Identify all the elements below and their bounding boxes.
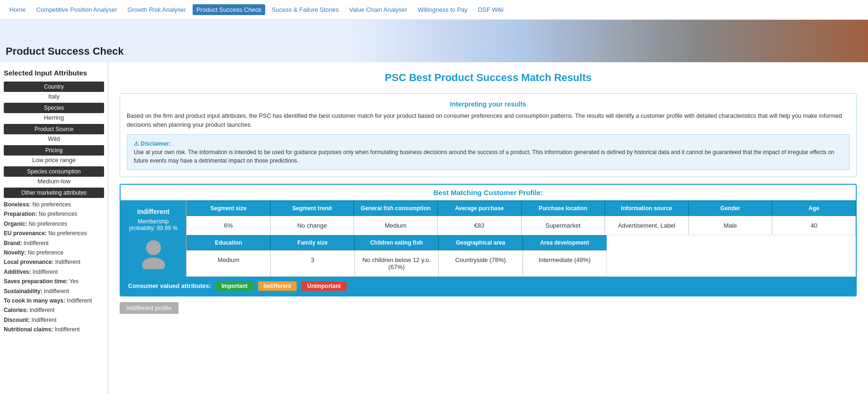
hero-title: Product Success Check — [6, 45, 124, 57]
profile-table-area: Indifferent Membership probablity: 99.99… — [121, 200, 856, 277]
val-area-dev: Intermediate (48%) — [523, 250, 607, 277]
main-layout: Selected Input Attributes Country Italy … — [0, 62, 868, 394]
profile-name: Indifferent — [137, 208, 169, 215]
sidebar-country-value: Italy — [4, 93, 104, 100]
attr-organic: Organic: No preferences — [4, 219, 104, 229]
nav-competitive[interactable]: Competitive Position Analyser — [32, 4, 121, 15]
header-avg-purchase: Average purchase — [438, 201, 521, 216]
stats-row2-values: Medium 3 No children below 12 y.o.(67%) … — [187, 250, 856, 277]
hero-banner: Product Success Check — [0, 20, 868, 62]
stats-row1-headers: Segment size Segment trend General fish … — [187, 201, 856, 216]
header-gender: Gender — [689, 201, 772, 216]
badge-important[interactable]: Important — [216, 281, 253, 291]
interpreting-section: Interpreting your results Based on the f… — [120, 93, 857, 177]
attr-cook-ways: To cook in many ways: Indifferent — [4, 296, 104, 305]
sidebar-product-source-value: Wild — [4, 135, 104, 142]
attr-brand: Brand: Indifferent — [4, 238, 104, 248]
profile-card: Indifferent Membership probablity: 99.99… — [121, 201, 187, 277]
profile-probability: Membership probablity: 99.99 % — [124, 218, 182, 231]
nav-wiki[interactable]: DSF Wiki — [474, 4, 507, 15]
header-children-fish: Children eating fish — [355, 235, 438, 250]
header-empty3 — [773, 235, 856, 250]
sidebar-product-source-label: Product Source — [4, 124, 104, 134]
header-empty2 — [690, 235, 772, 250]
sidebar-species-value: Herring — [4, 114, 104, 121]
attr-local-provenance: Local provenance: Indifferent — [4, 257, 104, 267]
interpreting-text: Based on the firm and product input attr… — [127, 112, 850, 130]
header-empty1 — [607, 235, 690, 250]
best-matching-section: Best Matching Customer Profile: Indiffer… — [120, 184, 857, 296]
val-gender: Male — [689, 216, 772, 235]
val-purchase-loc: Supermarket — [521, 216, 605, 235]
val-info-source: Advertisement, Label — [605, 216, 689, 235]
sidebar-other-attrs: Boneless: No preferences Preparation: No… — [4, 200, 104, 334]
header-age: Age — [772, 201, 856, 216]
header-purchase-loc: Purchase location — [521, 201, 605, 216]
val-family-size: 3 — [270, 250, 354, 277]
interpreting-title: Interpreting your results — [127, 100, 850, 108]
navigation: Home Competitive Position Analyser Growt… — [0, 0, 868, 20]
header-education: Education — [187, 235, 270, 250]
attr-sustainability: Sustainability: Indifferent — [4, 287, 104, 296]
badge-indifferent[interactable]: Indifferent — [258, 281, 297, 291]
stats-grid: Segment size Segment trend General fish … — [187, 201, 856, 277]
header-area-dev: Area development — [523, 235, 607, 250]
sidebar-pricing-label: Pricing — [4, 145, 104, 156]
val-children-fish: No children below 12 y.o.(67%) — [355, 250, 438, 277]
attr-novelty: Novelty: No preference — [4, 248, 104, 257]
nav-value-chain[interactable]: Value Chain Analyser — [345, 4, 411, 15]
stats-row1-values: 6% No change Medium €83 Supermarket Adve… — [187, 216, 856, 235]
attr-calories: Calories: Indifferent — [4, 305, 104, 315]
consumer-valued-label: Consumer valued attributes: — [128, 282, 211, 289]
header-info-source: Information source — [605, 201, 689, 216]
svg-point-1 — [142, 258, 165, 270]
content-area: PSC Best Product Success Match Results I… — [108, 62, 868, 394]
val-segment-size: 6% — [187, 216, 270, 235]
results-title: PSC Best Product Success Match Results — [120, 72, 857, 84]
header-gen-fish: General fish consumption — [354, 201, 438, 216]
attr-boneless: Boneless: No preferences — [4, 200, 104, 209]
header-family-size: Family size — [270, 235, 354, 250]
disclaimer-title: ⚠ Disclaimer: — [134, 140, 171, 147]
sidebar-title: Selected Input Attributes — [4, 69, 104, 77]
sidebar-species-consumption-label: Species consumption — [4, 166, 104, 177]
attr-additives: Additives: Indifferent — [4, 267, 104, 277]
disclaimer: ⚠ Disclaimer: Use at your own risk. The … — [127, 134, 850, 170]
disclaimer-text: Use at your own risk. The information is… — [134, 149, 835, 164]
attr-eu-provenance: EU provenance: No preferences — [4, 229, 104, 238]
svg-point-0 — [146, 240, 161, 255]
sidebar-pricing-value: Low price range — [4, 156, 104, 164]
attr-preparation: Preparation: No preferences — [4, 209, 104, 219]
sidebar-species-label: Species — [4, 103, 104, 113]
header-segment-trend: Segment trend — [270, 201, 354, 216]
nav-growth[interactable]: Growth Risk Analyser — [124, 4, 190, 15]
header-geo-area: Geographical area — [438, 235, 522, 250]
badge-unimportant[interactable]: Unimportant — [301, 281, 346, 291]
sidebar: Selected Input Attributes Country Italy … — [0, 62, 108, 394]
consumer-valued-bar: Consumer valued attributes: Important In… — [121, 277, 856, 296]
val-age: 40 — [772, 216, 856, 235]
val-geo-area: Countryside (78%) — [438, 250, 522, 277]
val-segment-trend: No change — [270, 216, 354, 235]
sidebar-country-label: Country — [4, 82, 104, 92]
val-empty3 — [773, 250, 856, 277]
attr-saves-prep: Saves preparation time: Yes — [4, 277, 104, 286]
val-avg-purchase: €83 — [438, 216, 521, 235]
header-segment-size: Segment size — [187, 201, 270, 216]
val-education: Medium — [187, 250, 270, 277]
val-empty2 — [690, 250, 772, 277]
attr-discount: Discount: Indifferent — [4, 315, 104, 325]
attr-nutritional: Nutritional claims: Indifferent — [4, 325, 104, 334]
best-matching-title: Best Matching Customer Profile: — [121, 185, 856, 200]
val-gen-fish: Medium — [354, 216, 438, 235]
nav-willingness[interactable]: Willingness to Pay — [414, 4, 471, 15]
nav-home[interactable]: Home — [6, 4, 30, 15]
val-empty1 — [607, 250, 690, 277]
nav-product-success[interactable]: Product Success Check — [193, 4, 265, 15]
avatar — [137, 236, 170, 269]
sidebar-other-label: Other marketing attributes — [4, 188, 104, 198]
stats-row2-headers: Education Family size Children eating fi… — [187, 235, 856, 250]
nav-success-failure[interactable]: Sucess & Failure Stories — [268, 4, 342, 15]
sidebar-species-consumption-value: Medium-low — [4, 178, 104, 185]
indifferent-profile-button[interactable]: Indifferent profile — [120, 302, 178, 314]
